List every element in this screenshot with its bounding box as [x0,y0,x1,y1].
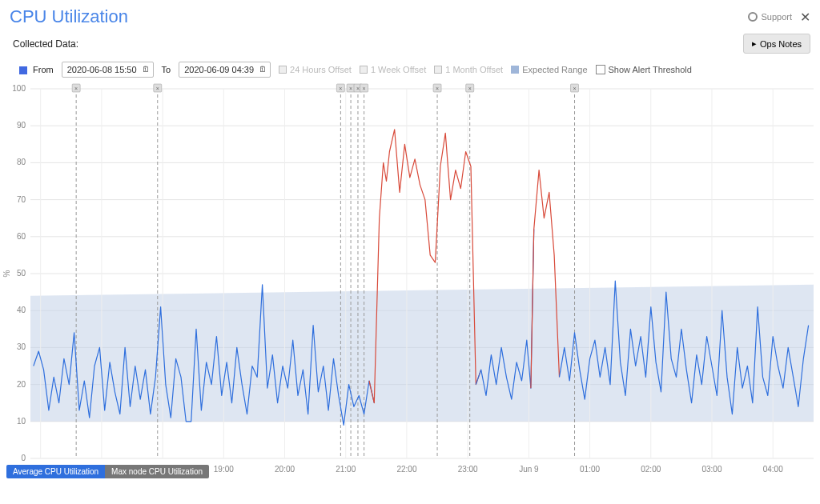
to-label: To [162,65,171,74]
support-label: Support [761,12,792,22]
svg-text:0: 0 [21,454,26,462]
svg-text:90: 90 [17,121,26,130]
chart-legend: Average CPU Utilization Max node CPU Uti… [6,465,209,478]
svg-text:20: 20 [17,380,26,389]
svg-text:%: % [2,270,11,277]
svg-text:70: 70 [17,195,26,204]
svg-text:×: × [573,86,576,91]
chart-controls: From 2020-06-08 15:50 🗓 To 2020-06-09 04… [0,60,820,82]
svg-text:×: × [363,86,366,91]
show-alert-threshold-checkbox[interactable]: Show Alert Threshold [596,65,692,74]
svg-text:02:00: 02:00 [641,465,661,474]
svg-text:21:00: 21:00 [336,465,356,474]
svg-text:03:00: 03:00 [701,465,722,474]
offset-1m-toggle[interactable]: 1 Month Offset [434,65,503,74]
svg-text:×: × [436,86,439,91]
calendar-icon: 🗓 [259,65,267,74]
from-group: From [19,65,54,74]
offset-1w-toggle[interactable]: 1 Week Offset [360,65,426,74]
from-label: From [33,65,54,74]
svg-text:23:00: 23:00 [458,465,478,474]
offset-24h-toggle[interactable]: 24 Hours Offset [279,65,352,74]
legend-avg[interactable]: Average CPU Utilization [6,465,105,478]
svg-text:60: 60 [17,232,26,241]
line-chart[interactable]: 0102030405060708090100%16:0017:0018:0019… [0,82,820,478]
svg-text:01:00: 01:00 [580,465,600,474]
modal-header: CPU Utilization Support ✕ [0,0,820,30]
svg-text:04:00: 04:00 [763,465,783,474]
to-date-input[interactable]: 2020-06-09 04:39 🗓 [179,62,271,78]
svg-text:×: × [74,86,78,91]
ops-notes-button[interactable]: ▸ Ops Notes [743,34,810,54]
svg-text:×: × [156,86,159,91]
page-title: CPU Utilization [10,6,128,27]
triangle-right-icon: ▸ [752,38,757,49]
close-icon[interactable]: ✕ [800,10,810,25]
legend-max[interactable]: Max node CPU Utilization [105,465,209,478]
series-swatch [19,66,27,74]
collected-label: Collected Data: [13,38,78,50]
svg-text:20:00: 20:00 [275,465,295,474]
svg-text:×: × [356,86,360,91]
svg-text:Jun 9: Jun 9 [519,465,539,474]
calendar-icon: 🗓 [142,65,150,74]
svg-text:10: 10 [17,417,26,426]
svg-text:80: 80 [17,158,26,166]
svg-text:×: × [349,86,352,91]
svg-text:100: 100 [12,84,26,93]
svg-text:×: × [339,86,342,91]
svg-text:50: 50 [17,269,26,278]
from-date-input[interactable]: 2020-06-08 15:50 🗓 [62,62,154,78]
svg-text:22:00: 22:00 [396,465,416,474]
support-icon [748,12,758,22]
svg-text:30: 30 [17,342,26,351]
svg-text:×: × [468,86,472,91]
support-link[interactable]: Support [748,12,792,22]
subheader: Collected Data: ▸ Ops Notes [0,30,820,60]
expected-range-toggle[interactable]: Expected Range [511,65,587,74]
svg-text:19:00: 19:00 [214,465,234,474]
svg-text:40: 40 [17,306,26,314]
chart-area: 0102030405060708090100%16:0017:0018:0019… [0,82,820,478]
